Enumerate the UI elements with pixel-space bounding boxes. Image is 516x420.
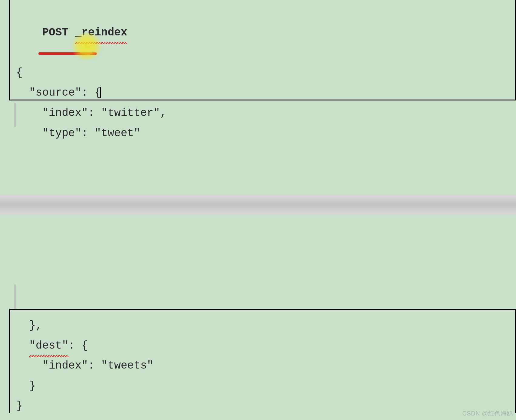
text-cursor <box>100 87 101 98</box>
panel-divider[interactable] <box>0 195 516 215</box>
code-line-b3[interactable]: "index": "tweets" <box>16 356 509 376</box>
json-syntax: : { <box>81 87 101 99</box>
code-line-b4[interactable]: } <box>16 376 509 396</box>
watermark-text: CSDN @红色海鸥 <box>462 409 513 418</box>
json-syntax: : { <box>68 340 88 352</box>
code-editor-top-panel[interactable]: POST _reindex { "source": { "index": "tw… <box>9 0 516 100</box>
code-line-2[interactable]: { <box>16 63 509 83</box>
code-editor-bottom-panel[interactable]: }, "dest": { "index": "tweets" } } <box>9 309 516 413</box>
red-underline-annotation <box>38 52 97 55</box>
code-line-b2[interactable]: "dest": { <box>16 336 509 356</box>
http-method: POST <box>42 26 68 39</box>
code-line-b1[interactable]: }, <box>16 316 509 336</box>
code-line-4[interactable]: "index": "twitter", <box>16 103 509 123</box>
json-key-source: "source" <box>29 87 81 99</box>
gutter-bar-bottom <box>14 284 16 309</box>
code-line-b5[interactable]: } <box>16 396 509 416</box>
json-key-dest: "dest" <box>29 336 68 356</box>
endpoint-name: _reindex <box>75 23 127 43</box>
code-line-5[interactable]: "type": "tweet" <box>16 123 509 144</box>
gutter-bar-top <box>14 103 16 127</box>
code-line-3[interactable]: "source": { <box>16 83 509 103</box>
